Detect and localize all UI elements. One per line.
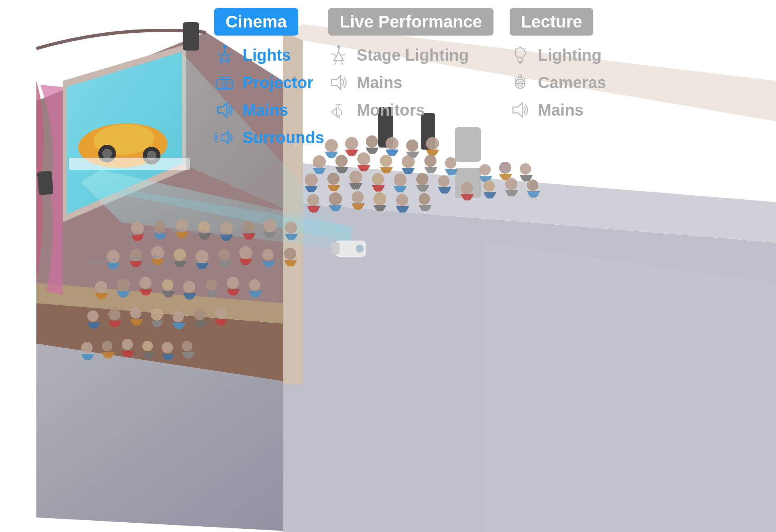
- lecture-mains-label: Mains: [538, 101, 584, 119]
- svg-line-123: [221, 61, 223, 65]
- svg-rect-131: [229, 81, 231, 84]
- svg-marker-138: [334, 52, 344, 61]
- svg-point-45: [402, 155, 415, 168]
- svg-point-143: [337, 45, 340, 48]
- svg-point-77: [284, 248, 296, 260]
- svg-line-152: [515, 48, 515, 49]
- svg-point-53: [416, 173, 428, 185]
- svg-point-54: [438, 175, 449, 187]
- svg-line-126: [228, 54, 232, 55]
- cinema-lights-row[interactable]: Lights: [214, 43, 324, 67]
- svg-point-75: [239, 246, 252, 259]
- svg-point-88: [130, 307, 141, 319]
- live-performance-column: Live Performance Stage Lighting: [328, 8, 493, 146]
- svg-point-117: [461, 182, 473, 194]
- svg-point-47: [445, 157, 456, 169]
- svg-point-46: [424, 155, 436, 167]
- svg-line-141: [332, 54, 336, 55]
- lecture-cameras-row[interactable]: Cameras: [510, 70, 615, 95]
- lecture-items: Lighting Cameras: [510, 43, 615, 122]
- svg-rect-13: [37, 171, 54, 195]
- stage-light-gray-icon: [328, 44, 349, 65]
- svg-point-65: [352, 191, 364, 203]
- lecture-speaker-gray-icon: [510, 99, 531, 120]
- lecture-lighting-label: Lighting: [538, 46, 602, 64]
- svg-point-83: [206, 279, 217, 291]
- svg-point-90: [173, 311, 184, 322]
- svg-marker-113: [485, 243, 776, 532]
- svg-point-62: [285, 222, 297, 234]
- svg-point-119: [505, 178, 517, 190]
- camera-gray-icon: [510, 72, 531, 93]
- monitor-gray-icon: [328, 99, 349, 120]
- live-mains-label: Mains: [356, 74, 402, 92]
- svg-point-84: [227, 277, 239, 289]
- cinema-surrounds-row[interactable]: Surrounds: [214, 125, 324, 150]
- svg-line-153: [525, 48, 525, 49]
- live-performance-items: Stage Lighting Mains: [328, 43, 493, 122]
- cinema-surrounds-label: Surrounds: [242, 129, 324, 147]
- surround-speaker-icon: [214, 127, 235, 148]
- svg-point-93: [81, 342, 93, 353]
- bulb-gray-icon: [510, 44, 531, 65]
- svg-rect-107: [125, 257, 139, 260]
- svg-point-96: [142, 341, 153, 351]
- svg-point-82: [183, 281, 195, 293]
- cinema-items: Lights Projector: [214, 43, 324, 150]
- svg-marker-144: [332, 75, 341, 89]
- lecture-tab[interactable]: Lecture: [510, 8, 594, 36]
- svg-point-44: [380, 155, 392, 167]
- svg-point-73: [196, 250, 209, 263]
- svg-point-43: [357, 152, 370, 165]
- live-monitors-row[interactable]: Monitors: [328, 98, 493, 122]
- svg-point-64: [329, 192, 342, 205]
- svg-rect-11: [69, 158, 190, 170]
- live-mains-row[interactable]: Mains: [328, 70, 493, 95]
- svg-point-48: [305, 173, 318, 186]
- lecture-lighting-row[interactable]: Lighting: [510, 43, 615, 67]
- svg-point-85: [249, 279, 260, 291]
- lecture-cameras-label: Cameras: [538, 74, 606, 92]
- svg-point-120: [527, 179, 538, 191]
- svg-rect-15: [183, 22, 199, 51]
- svg-point-130: [223, 82, 226, 86]
- cinema-mains-label: Mains: [242, 101, 288, 119]
- svg-point-91: [194, 309, 205, 320]
- svg-point-51: [372, 173, 384, 185]
- category-panel: Cinema Lights: [198, 0, 776, 154]
- svg-rect-105: [89, 261, 102, 264]
- svg-rect-99: [125, 232, 139, 236]
- svg-point-94: [102, 341, 112, 351]
- svg-marker-122: [220, 52, 230, 61]
- svg-point-80: [139, 277, 152, 289]
- svg-point-89: [151, 308, 163, 321]
- live-monitors-label: Monitors: [356, 101, 425, 119]
- svg-point-98: [182, 341, 192, 351]
- svg-point-68: [419, 193, 430, 205]
- cinema-lights-label: Lights: [242, 46, 291, 64]
- svg-point-95: [122, 339, 133, 350]
- cinema-projector-row[interactable]: Projector: [214, 70, 324, 95]
- svg-point-49: [327, 173, 340, 185]
- svg-point-63: [307, 194, 319, 206]
- svg-point-25: [356, 245, 364, 253]
- live-performance-tab[interactable]: Live Performance: [328, 8, 493, 36]
- live-stage-lighting-label: Stage Lighting: [356, 46, 469, 64]
- svg-rect-100: [148, 230, 162, 234]
- cinema-projector-label: Projector: [242, 74, 314, 92]
- live-stage-lighting-row[interactable]: Stage Lighting: [328, 43, 493, 67]
- svg-point-97: [162, 342, 173, 353]
- svg-point-118: [483, 180, 495, 192]
- svg-point-92: [215, 307, 227, 319]
- svg-point-147: [515, 48, 525, 58]
- svg-point-79: [117, 279, 130, 291]
- svg-point-72: [174, 249, 186, 261]
- svg-point-158: [519, 76, 521, 77]
- svg-point-66: [373, 192, 386, 205]
- cinema-tab[interactable]: Cinema: [214, 8, 298, 36]
- svg-point-78: [95, 281, 107, 293]
- projector-icon: [214, 72, 235, 93]
- svg-rect-102: [192, 230, 206, 234]
- cinema-mains-row[interactable]: Mains: [214, 98, 324, 122]
- lecture-mains-row[interactable]: Mains: [510, 98, 615, 122]
